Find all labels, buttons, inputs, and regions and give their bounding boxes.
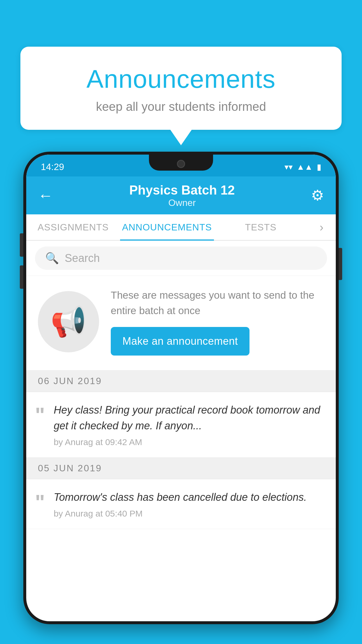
back-button[interactable]: ← (38, 187, 53, 204)
tab-tests[interactable]: TESTS (214, 214, 308, 240)
announcement-right: These are messages you want to send to t… (111, 288, 324, 356)
power-button (339, 248, 342, 280)
header-title-block: Physics Batch 12 Owner (129, 183, 235, 208)
search-placeholder: Search (65, 252, 100, 265)
announcement-content-2: Tomorrow's class has been cancelled due … (54, 489, 326, 519)
signal-icon: ▲▲ (297, 162, 313, 172)
search-icon: 🔍 (45, 252, 59, 265)
date-separator-2: 05 JUN 2019 (26, 458, 336, 479)
megaphone-icon: 📢 (50, 304, 87, 339)
volume-up-button (20, 233, 23, 257)
search-container: 🔍 Search (26, 241, 336, 276)
tabs-bar: ASSIGNMENTS ANNOUNCEMENTS TESTS › (26, 214, 336, 241)
make-announcement-button[interactable]: Make an announcement (111, 327, 249, 356)
bubble-title: Announcements (44, 64, 318, 94)
date-label-1: 06 JUN 2019 (38, 376, 102, 386)
front-camera (177, 160, 185, 168)
header-title: Physics Batch 12 (129, 183, 235, 197)
announcement-author-1: by Anurag at 09:42 AM (54, 437, 326, 447)
phone-frame: 14:29 ▾▾ ▲▲ ▮ ← Physics Batch 12 Owner ⚙ (23, 152, 339, 624)
megaphone-circle: 📢 (38, 291, 99, 352)
speech-bubble-section: Announcements keep all your students inf… (20, 47, 342, 145)
date-separator-1: 06 JUN 2019 (26, 370, 336, 392)
header-subtitle: Owner (129, 197, 235, 208)
announcement-text-2: Tomorrow's class has been cancelled due … (54, 489, 326, 505)
quote-icon-2: " (35, 492, 45, 513)
announcement-text-1: Hey class! Bring your practical record b… (54, 402, 326, 434)
announcement-author-2: by Anurag at 05:40 PM (54, 509, 326, 519)
status-icons: ▾▾ ▲▲ ▮ (284, 162, 321, 172)
tab-more[interactable]: › (307, 214, 336, 240)
status-time: 14:29 (41, 162, 64, 172)
announcement-prompt: 📢 These are messages you want to send to… (26, 276, 336, 370)
battery-icon: ▮ (317, 162, 321, 172)
phone-notch (149, 155, 213, 171)
announcement-item-2[interactable]: " Tomorrow's class has been cancelled du… (26, 479, 336, 529)
settings-icon[interactable]: ⚙ (311, 187, 324, 204)
speech-bubble-tail (170, 129, 192, 145)
search-box[interactable]: 🔍 Search (35, 246, 327, 270)
announcement-description: These are messages you want to send to t… (111, 288, 324, 318)
volume-down-button (20, 265, 23, 289)
bubble-subtitle: keep all your students informed (44, 100, 318, 114)
phone-container: 14:29 ▾▾ ▲▲ ▮ ← Physics Batch 12 Owner ⚙ (23, 152, 339, 644)
speech-bubble-card: Announcements keep all your students inf… (20, 47, 342, 130)
tab-announcements[interactable]: ANNOUNCEMENTS (120, 214, 214, 240)
announcement-content-1: Hey class! Bring your practical record b… (54, 402, 326, 447)
app-header: ← Physics Batch 12 Owner ⚙ (26, 176, 336, 214)
quote-icon-1: " (35, 405, 45, 426)
wifi-icon: ▾▾ (284, 162, 293, 172)
announcement-item-1[interactable]: " Hey class! Bring your practical record… (26, 392, 336, 458)
phone-screen: 14:29 ▾▾ ▲▲ ▮ ← Physics Batch 12 Owner ⚙ (26, 155, 336, 621)
tab-assignments[interactable]: ASSIGNMENTS (26, 214, 120, 240)
date-label-2: 05 JUN 2019 (38, 463, 102, 474)
